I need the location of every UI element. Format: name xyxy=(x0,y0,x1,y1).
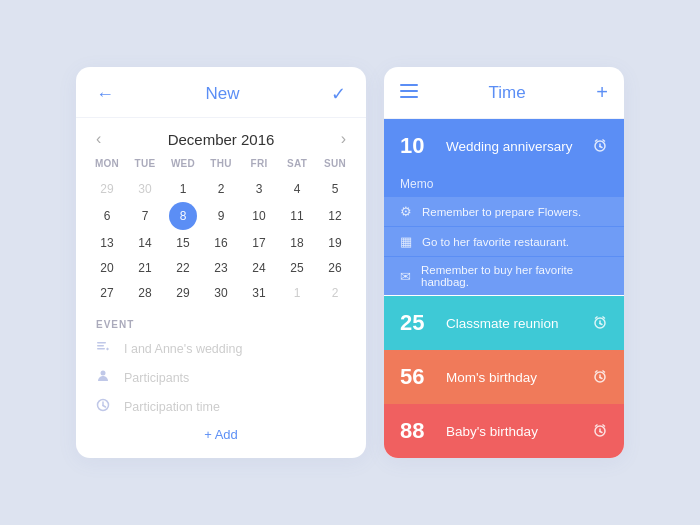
add-label: + Add xyxy=(204,427,238,442)
menu-icon[interactable] xyxy=(400,84,418,102)
list-item-baby[interactable]: 88 Baby's birthday xyxy=(384,404,624,458)
memo-text-1: Remember to prepare Flowers. xyxy=(422,206,581,218)
table-row: 3 xyxy=(240,177,278,201)
day-cell[interactable]: 30 xyxy=(136,177,153,201)
day-cell[interactable]: 3 xyxy=(254,177,265,201)
day-header-fri: FRI xyxy=(240,154,278,173)
table-row: 29 xyxy=(88,177,126,201)
table-row: 25 xyxy=(278,256,316,280)
month-nav: ‹ December 2016 › xyxy=(76,118,366,154)
day-cell[interactable]: 5 xyxy=(330,177,341,201)
next-month-button[interactable]: › xyxy=(341,130,346,148)
days-grid: 29 30 1 2 3 4 5 6 7 8 9 10 11 12 13 14 1… xyxy=(88,177,354,305)
day-cell[interactable]: 1 xyxy=(292,281,303,305)
table-row: 23 xyxy=(202,256,240,280)
event-name: Wedding anniversary xyxy=(446,139,580,154)
event-name: Mom's birthday xyxy=(446,370,580,385)
calendar-header: ← New ✓ xyxy=(76,67,366,118)
svg-rect-8 xyxy=(400,90,418,92)
table-row: 4 xyxy=(278,177,316,201)
day-cell[interactable]: 14 xyxy=(136,231,153,255)
participants-placeholder: Participants xyxy=(124,371,189,385)
day-cell[interactable]: 21 xyxy=(136,256,153,280)
svg-line-14 xyxy=(600,146,602,147)
time-panel: Time + 10 Wedding anniversary Memo ⚙ Rem… xyxy=(384,67,624,458)
day-cell[interactable]: 15 xyxy=(174,231,191,255)
memo-text-2: Go to her favorite restaurant. xyxy=(422,236,569,248)
svg-rect-7 xyxy=(400,84,418,86)
prev-month-button[interactable]: ‹ xyxy=(96,130,101,148)
day-cell[interactable]: 7 xyxy=(140,204,151,228)
day-header-mon: MON xyxy=(88,154,126,173)
day-cell[interactable]: 26 xyxy=(326,256,343,280)
day-cell[interactable]: 16 xyxy=(212,231,229,255)
table-row: 28 xyxy=(126,281,164,305)
memo-label: Memo xyxy=(384,173,624,197)
day-cell[interactable]: 20 xyxy=(98,256,115,280)
event-section: EVENT I and Anne's wedding Participants … xyxy=(76,305,366,442)
day-cell[interactable]: 6 xyxy=(102,204,113,228)
table-row: 22 xyxy=(164,256,202,280)
day-cell[interactable]: 13 xyxy=(98,231,115,255)
day-cell[interactable]: 9 xyxy=(216,204,227,228)
day-cell[interactable]: 10 xyxy=(250,204,267,228)
table-row: 30 xyxy=(202,281,240,305)
svg-line-29 xyxy=(600,431,602,432)
event-number: 10 xyxy=(400,133,434,159)
alarm-icon xyxy=(592,422,608,441)
clock-icon xyxy=(96,398,114,415)
svg-point-3 xyxy=(101,371,106,376)
event-field-title: I and Anne's wedding xyxy=(96,340,346,357)
day-cell[interactable]: 19 xyxy=(326,231,343,255)
day-cell-selected[interactable]: 8 xyxy=(169,202,197,230)
svg-line-19 xyxy=(600,323,602,324)
day-cell[interactable]: 28 xyxy=(136,281,153,305)
check-icon[interactable]: ✓ xyxy=(331,83,346,105)
day-cell[interactable]: 2 xyxy=(330,281,341,305)
time-header: Time + xyxy=(384,67,624,119)
event-field-time: Participation time xyxy=(96,398,346,415)
table-row: 1 xyxy=(164,177,202,201)
day-cell[interactable]: 24 xyxy=(250,256,267,280)
day-cell[interactable]: 30 xyxy=(212,281,229,305)
table-row: 20 xyxy=(88,256,126,280)
add-button[interactable]: + Add xyxy=(96,427,346,442)
day-cell[interactable]: 18 xyxy=(288,231,305,255)
list-item-mom[interactable]: 56 Mom's birthday xyxy=(384,350,624,404)
day-cell[interactable]: 2 xyxy=(216,177,227,201)
list-item: ⚙ Remember to prepare Flowers. xyxy=(384,197,624,226)
day-cell[interactable]: 23 xyxy=(212,256,229,280)
day-header-tue: TUE xyxy=(126,154,164,173)
back-icon[interactable]: ← xyxy=(96,84,114,105)
list-item-wedding[interactable]: 10 Wedding anniversary xyxy=(384,119,624,173)
table-row: 2 xyxy=(202,177,240,201)
day-headers: MON TUE WED THU FRI SAT SUN xyxy=(88,154,354,173)
table-row: 27 xyxy=(88,281,126,305)
table-row: 2 xyxy=(316,281,354,305)
day-cell[interactable]: 31 xyxy=(250,281,267,305)
day-cell[interactable]: 1 xyxy=(178,177,189,201)
table-row: 8 xyxy=(164,202,202,230)
day-cell[interactable]: 22 xyxy=(174,256,191,280)
list-item-classmate[interactable]: 25 Classmate reunion xyxy=(384,296,624,350)
add-event-icon[interactable]: + xyxy=(596,81,608,104)
day-cell[interactable]: 12 xyxy=(326,204,343,228)
day-cell[interactable]: 25 xyxy=(288,256,305,280)
time-panel-title: Time xyxy=(489,83,526,103)
day-cell[interactable]: 17 xyxy=(250,231,267,255)
event-number: 25 xyxy=(400,310,434,336)
svg-line-24 xyxy=(600,377,602,378)
day-cell[interactable]: 27 xyxy=(98,281,115,305)
table-row: 6 xyxy=(88,202,126,230)
day-cell[interactable]: 29 xyxy=(174,281,191,305)
calendar-panel: ← New ✓ ‹ December 2016 › MON TUE WED TH… xyxy=(76,67,366,458)
event-name: Baby's birthday xyxy=(446,424,580,439)
table-row: 1 xyxy=(278,281,316,305)
day-cell[interactable]: 11 xyxy=(288,204,305,228)
day-header-sun: SUN xyxy=(316,154,354,173)
day-cell[interactable]: 29 xyxy=(98,177,115,201)
day-cell[interactable]: 4 xyxy=(292,177,303,201)
participants-icon xyxy=(96,369,114,386)
table-row: 12 xyxy=(316,202,354,230)
table-row: 10 xyxy=(240,202,278,230)
